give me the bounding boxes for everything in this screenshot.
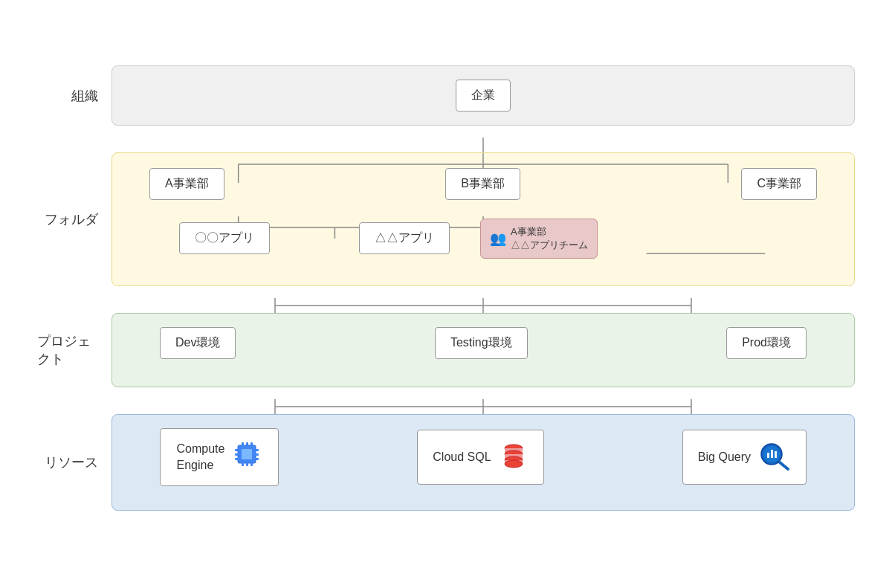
cloud-sql-icon [499,441,529,474]
svg-rect-27 [242,449,252,459]
folder-a-label: A事業部 [165,176,209,192]
resource-compute: Compute Engine [160,428,279,486]
svg-rect-49 [767,453,769,458]
svg-rect-29 [246,442,248,446]
org-section: 企業 [112,65,855,126]
diagram-wrapper: 組織 企業 フォ [37,51,855,537]
folder-a-jigyo: A事業部 [149,168,224,200]
diagram-container: 組織 企業 フォ [37,51,855,537]
project-prod: Prod環境 [726,327,807,359]
compute-line2: Engine [177,457,225,474]
project-dev: Dev環境 [160,327,236,359]
svg-rect-39 [255,458,259,460]
folder-label-text: フォルダ [45,210,98,228]
project-testing-label: Testing環境 [450,335,512,351]
svg-rect-34 [235,449,239,451]
team-line2: △△アプリチーム [511,239,588,252]
folder-to-project-connector [112,298,855,313]
svg-rect-51 [775,451,777,458]
svg-rect-32 [246,462,248,466]
org-name: 企業 [471,88,495,103]
team-line1: A事業部 [511,225,588,239]
team-badge-text: A事業部 △△アプリチーム [511,225,588,252]
folder-b-jigyo: B事業部 [445,168,520,200]
folder-c-label: C事業部 [757,176,801,192]
svg-rect-36 [235,458,239,460]
org-label-text: 組織 [71,87,98,105]
folder-section: A事業部 B事業部 C事業部 〇〇アプリ △△アプリ [112,152,855,286]
resource-row: リソース Compute Engine [37,414,855,511]
resource-label-text: リソース [45,453,98,471]
resource-label: リソース [37,414,112,511]
svg-rect-30 [251,442,253,446]
org-to-folder-connector [112,138,855,152]
resource-bigquery: Big Query [682,430,807,485]
svg-point-46 [505,460,523,468]
svg-rect-35 [235,453,239,456]
svg-rect-31 [242,462,244,466]
org-inner: 企業 [456,80,511,112]
compute-line1: Compute [177,441,225,457]
folder-row: フォルダ [37,152,855,286]
svg-line-52 [780,462,788,469]
project-to-resource-connector [112,399,855,414]
big-query-icon [758,441,791,474]
team-icon: 👥 [490,230,506,247]
project-testing: Testing環境 [435,327,528,359]
cloud-sql-label: Cloud SQL [433,450,491,463]
svg-rect-33 [251,462,253,466]
folder-oo-app: 〇〇アプリ [179,222,270,254]
svg-rect-38 [255,453,259,456]
org-label: 組織 [37,65,112,126]
org-box: 企業 [456,80,511,112]
svg-rect-50 [771,450,773,458]
project-section: Dev環境 Testing環境 Prod環境 [112,313,855,387]
project-label: プロジェクト [37,313,112,387]
project-dev-label: Dev環境 [175,335,220,351]
project-prod-label: Prod環境 [742,335,791,351]
folder-delta-label: △△アプリ [375,230,434,246]
resource-section: Compute Engine [112,414,855,511]
folder-b-label: B事業部 [461,176,505,192]
svg-rect-28 [242,442,244,446]
cloud-sql-text: Cloud SQL [433,449,491,465]
folder-label: フォルダ [37,152,112,286]
svg-rect-37 [255,449,259,451]
resource-cloudsql: Cloud SQL [417,430,543,485]
compute-icon [232,439,262,475]
folder-c-jigyo: C事業部 [741,168,817,200]
folder-delta-app: △△アプリ 👥 A事業部 △△アプリチーム [359,222,450,254]
team-badge: 👥 A事業部 △△アプリチーム [480,219,598,259]
big-query-text: Big Query [698,449,751,465]
big-query-label: Big Query [698,450,751,463]
org-row: 組織 企業 [37,65,855,126]
folder-oo-label: 〇〇アプリ [195,230,254,246]
project-label-text: プロジェクト [37,332,98,368]
compute-engine-text: Compute Engine [177,441,225,474]
project-row: プロジェクト Dev環境 Testing環境 Prod環境 [37,313,855,387]
